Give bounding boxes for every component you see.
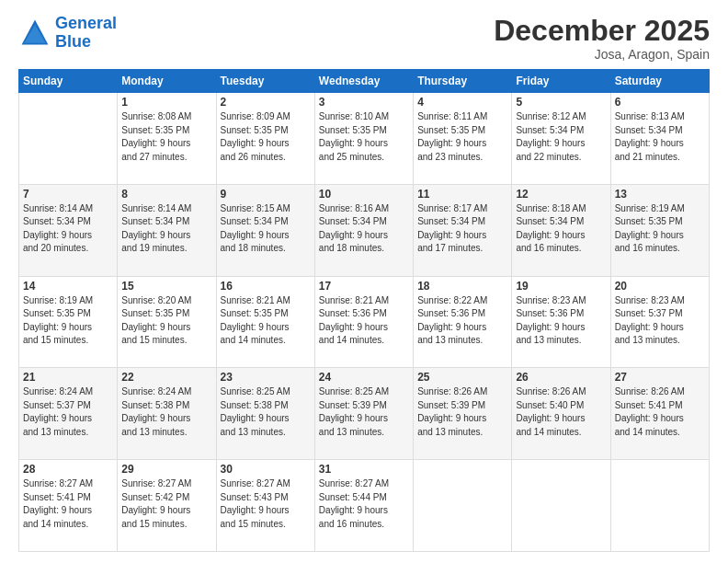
day-info: Sunrise: 8:15 AM Sunset: 5:34 PM Dayligh… xyxy=(221,202,311,256)
day-info: Sunrise: 8:27 AM Sunset: 5:44 PM Dayligh… xyxy=(319,477,409,531)
calendar-cell: 30Sunrise: 8:27 AM Sunset: 5:43 PM Dayli… xyxy=(216,460,314,552)
day-number: 27 xyxy=(615,371,705,384)
day-info: Sunrise: 8:19 AM Sunset: 5:35 PM Dayligh… xyxy=(615,202,705,256)
day-number: 18 xyxy=(417,280,507,293)
calendar-cell: 25Sunrise: 8:26 AM Sunset: 5:39 PM Dayli… xyxy=(414,368,512,460)
calendar-week-3: 14Sunrise: 8:19 AM Sunset: 5:35 PM Dayli… xyxy=(19,276,710,368)
calendar-cell xyxy=(414,460,512,552)
day-number: 5 xyxy=(516,96,606,109)
day-info: Sunrise: 8:20 AM Sunset: 5:35 PM Dayligh… xyxy=(121,294,211,348)
col-monday: Monday xyxy=(118,70,216,93)
calendar-cell: 8Sunrise: 8:14 AM Sunset: 5:34 PM Daylig… xyxy=(118,184,216,276)
calendar-cell: 12Sunrise: 8:18 AM Sunset: 5:34 PM Dayli… xyxy=(512,184,610,276)
calendar-cell: 10Sunrise: 8:16 AM Sunset: 5:34 PM Dayli… xyxy=(314,184,413,276)
day-info: Sunrise: 8:23 AM Sunset: 5:36 PM Dayligh… xyxy=(516,294,606,348)
day-number: 31 xyxy=(319,463,409,476)
day-info: Sunrise: 8:08 AM Sunset: 5:35 PM Dayligh… xyxy=(121,110,211,164)
col-saturday: Saturday xyxy=(610,70,709,93)
day-number: 19 xyxy=(516,280,606,293)
day-info: Sunrise: 8:10 AM Sunset: 5:35 PM Dayligh… xyxy=(319,110,409,164)
day-number: 14 xyxy=(23,280,113,293)
calendar-cell: 4Sunrise: 8:11 AM Sunset: 5:35 PM Daylig… xyxy=(414,93,512,185)
day-info: Sunrise: 8:27 AM Sunset: 5:41 PM Dayligh… xyxy=(23,477,113,531)
day-number: 25 xyxy=(417,371,507,384)
calendar-week-5: 28Sunrise: 8:27 AM Sunset: 5:41 PM Dayli… xyxy=(19,460,710,552)
day-number: 16 xyxy=(221,280,311,293)
col-sunday: Sunday xyxy=(19,70,118,93)
calendar-cell: 7Sunrise: 8:14 AM Sunset: 5:34 PM Daylig… xyxy=(19,184,118,276)
calendar-cell: 23Sunrise: 8:25 AM Sunset: 5:38 PM Dayli… xyxy=(216,368,314,460)
day-number: 11 xyxy=(417,188,507,201)
day-info: Sunrise: 8:12 AM Sunset: 5:34 PM Dayligh… xyxy=(516,110,606,164)
day-number: 7 xyxy=(23,188,113,201)
calendar-cell: 26Sunrise: 8:26 AM Sunset: 5:40 PM Dayli… xyxy=(512,368,610,460)
day-number: 15 xyxy=(121,280,211,293)
day-number: 8 xyxy=(121,188,211,201)
calendar-cell: 14Sunrise: 8:19 AM Sunset: 5:35 PM Dayli… xyxy=(19,276,118,368)
calendar-cell: 1Sunrise: 8:08 AM Sunset: 5:35 PM Daylig… xyxy=(118,93,216,185)
calendar-cell: 22Sunrise: 8:24 AM Sunset: 5:38 PM Dayli… xyxy=(118,368,216,460)
subtitle: Josa, Aragon, Spain xyxy=(494,47,710,62)
col-wednesday: Wednesday xyxy=(314,70,413,93)
calendar-cell: 18Sunrise: 8:22 AM Sunset: 5:36 PM Dayli… xyxy=(414,276,512,368)
calendar-cell xyxy=(512,460,610,552)
calendar-cell: 6Sunrise: 8:13 AM Sunset: 5:34 PM Daylig… xyxy=(610,93,709,185)
day-number: 21 xyxy=(23,371,113,384)
day-info: Sunrise: 8:27 AM Sunset: 5:43 PM Dayligh… xyxy=(221,477,311,531)
day-number: 30 xyxy=(221,463,311,476)
day-info: Sunrise: 8:21 AM Sunset: 5:35 PM Dayligh… xyxy=(221,294,311,348)
day-info: Sunrise: 8:24 AM Sunset: 5:38 PM Dayligh… xyxy=(121,385,211,439)
calendar-table: Sunday Monday Tuesday Wednesday Thursday… xyxy=(18,69,710,552)
calendar-cell: 21Sunrise: 8:24 AM Sunset: 5:37 PM Dayli… xyxy=(19,368,118,460)
day-info: Sunrise: 8:26 AM Sunset: 5:40 PM Dayligh… xyxy=(516,385,606,439)
page: General Blue December 2025 Josa, Aragon,… xyxy=(0,0,728,563)
day-number: 1 xyxy=(121,96,211,109)
day-info: Sunrise: 8:25 AM Sunset: 5:38 PM Dayligh… xyxy=(221,385,311,439)
calendar-week-4: 21Sunrise: 8:24 AM Sunset: 5:37 PM Dayli… xyxy=(19,368,710,460)
calendar-cell: 2Sunrise: 8:09 AM Sunset: 5:35 PM Daylig… xyxy=(216,93,314,185)
calendar-cell: 31Sunrise: 8:27 AM Sunset: 5:44 PM Dayli… xyxy=(314,460,413,552)
day-number: 9 xyxy=(221,188,311,201)
col-friday: Friday xyxy=(512,70,610,93)
logo-blue: Blue xyxy=(55,32,91,51)
day-info: Sunrise: 8:19 AM Sunset: 5:35 PM Dayligh… xyxy=(23,294,113,348)
logo-text: General Blue xyxy=(55,15,117,52)
calendar-header-row: Sunday Monday Tuesday Wednesday Thursday… xyxy=(19,70,710,93)
calendar-cell xyxy=(19,93,118,185)
day-number: 4 xyxy=(417,96,507,109)
calendar-cell: 17Sunrise: 8:21 AM Sunset: 5:36 PM Dayli… xyxy=(314,276,413,368)
day-info: Sunrise: 8:22 AM Sunset: 5:36 PM Dayligh… xyxy=(417,294,507,348)
calendar-cell: 3Sunrise: 8:10 AM Sunset: 5:35 PM Daylig… xyxy=(314,93,413,185)
logo-icon xyxy=(18,17,51,50)
day-info: Sunrise: 8:17 AM Sunset: 5:34 PM Dayligh… xyxy=(417,202,507,256)
calendar-cell xyxy=(610,460,709,552)
day-info: Sunrise: 8:14 AM Sunset: 5:34 PM Dayligh… xyxy=(121,202,211,256)
header: General Blue December 2025 Josa, Aragon,… xyxy=(18,15,710,62)
calendar-week-2: 7Sunrise: 8:14 AM Sunset: 5:34 PM Daylig… xyxy=(19,184,710,276)
calendar-cell: 28Sunrise: 8:27 AM Sunset: 5:41 PM Dayli… xyxy=(19,460,118,552)
svg-marker-1 xyxy=(24,25,45,43)
day-number: 6 xyxy=(615,96,705,109)
day-info: Sunrise: 8:23 AM Sunset: 5:37 PM Dayligh… xyxy=(615,294,705,348)
day-number: 3 xyxy=(319,96,409,109)
calendar-cell: 20Sunrise: 8:23 AM Sunset: 5:37 PM Dayli… xyxy=(610,276,709,368)
day-info: Sunrise: 8:26 AM Sunset: 5:39 PM Dayligh… xyxy=(417,385,507,439)
calendar-cell: 9Sunrise: 8:15 AM Sunset: 5:34 PM Daylig… xyxy=(216,184,314,276)
calendar-cell: 24Sunrise: 8:25 AM Sunset: 5:39 PM Dayli… xyxy=(314,368,413,460)
main-title: December 2025 xyxy=(494,15,710,47)
day-info: Sunrise: 8:26 AM Sunset: 5:41 PM Dayligh… xyxy=(615,385,705,439)
calendar-cell: 19Sunrise: 8:23 AM Sunset: 5:36 PM Dayli… xyxy=(512,276,610,368)
day-number: 24 xyxy=(319,371,409,384)
day-info: Sunrise: 8:25 AM Sunset: 5:39 PM Dayligh… xyxy=(319,385,409,439)
day-number: 13 xyxy=(615,188,705,201)
calendar-cell: 5Sunrise: 8:12 AM Sunset: 5:34 PM Daylig… xyxy=(512,93,610,185)
day-info: Sunrise: 8:13 AM Sunset: 5:34 PM Dayligh… xyxy=(615,110,705,164)
day-info: Sunrise: 8:09 AM Sunset: 5:35 PM Dayligh… xyxy=(221,110,311,164)
calendar-cell: 29Sunrise: 8:27 AM Sunset: 5:42 PM Dayli… xyxy=(118,460,216,552)
logo-general: General xyxy=(55,14,117,32)
day-number: 2 xyxy=(221,96,311,109)
day-number: 22 xyxy=(121,371,211,384)
day-number: 10 xyxy=(319,188,409,201)
day-info: Sunrise: 8:21 AM Sunset: 5:36 PM Dayligh… xyxy=(319,294,409,348)
day-info: Sunrise: 8:24 AM Sunset: 5:37 PM Dayligh… xyxy=(23,385,113,439)
